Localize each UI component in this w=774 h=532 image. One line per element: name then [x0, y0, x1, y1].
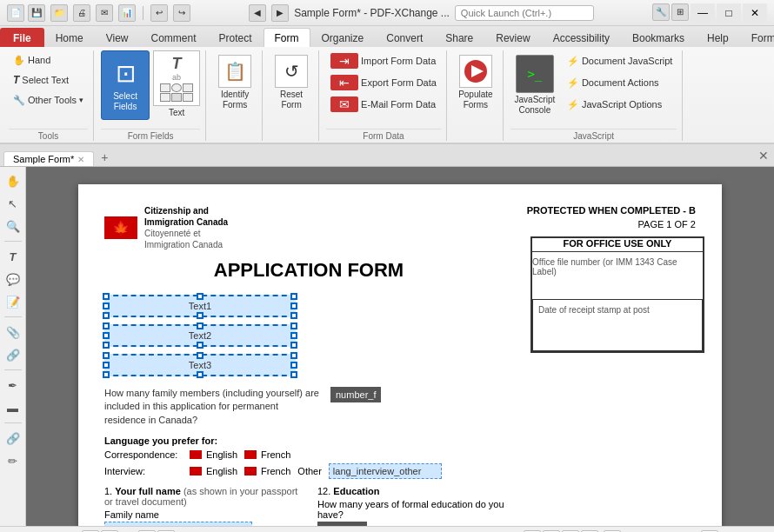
lt-text-btn[interactable]: T [3, 246, 23, 267]
doc-view[interactable]: 🍁 Citizenship and Immigration Canada Cit… [26, 167, 774, 526]
back-btn[interactable]: ◀ [249, 4, 266, 22]
select-fields-btn[interactable]: ⊡ Select Fields [101, 50, 150, 120]
tab-protect[interactable]: Protect [208, 28, 264, 47]
identify-forms-btn[interactable]: 📋 Identify Forms [213, 50, 257, 120]
doc-actions-btn[interactable]: ⚡ Document Actions [563, 72, 677, 93]
lt-pointer-btn[interactable]: ↖ [3, 193, 23, 214]
toolbar-extra2[interactable]: ⊞ [671, 3, 689, 21]
handle-tl-3[interactable] [103, 352, 110, 359]
handle-ml-1[interactable] [103, 303, 110, 309]
fam-name-field[interactable]: an_fam_name [104, 522, 252, 526]
handle-bl-2[interactable] [103, 342, 110, 349]
handle-br-2[interactable] [290, 342, 297, 349]
tab-file[interactable]: File [0, 28, 44, 47]
corr-english-option[interactable]: English [190, 449, 237, 460]
handle-mr-3[interactable] [290, 362, 297, 369]
import-form-data-btn[interactable]: ⇥ Import Form Data [326, 50, 441, 71]
lt-attach-btn[interactable]: 📎 [3, 322, 23, 342]
corr-french-option[interactable]: French [244, 449, 290, 460]
handle-tm-3[interactable] [197, 352, 204, 359]
handle-br-1[interactable] [290, 312, 297, 319]
reset-form-btn[interactable]: ↺ Reset Form [270, 50, 313, 120]
tab-bookmarks[interactable]: Bookmarks [621, 28, 696, 47]
an-years-field[interactable]: an_years [317, 522, 367, 526]
tab-comment[interactable]: Comment [139, 28, 207, 47]
tab-convert[interactable]: Convert [375, 28, 434, 47]
new-tab-btn[interactable]: + [94, 149, 115, 166]
open-icon[interactable]: 📁 [50, 4, 68, 22]
close-button[interactable]: ✕ [743, 3, 767, 23]
tab-home[interactable]: Home [44, 28, 95, 47]
tab-accessibility[interactable]: Accessibility [542, 28, 621, 47]
tab-review[interactable]: Review [484, 28, 541, 47]
field-text1[interactable]: Text1 [104, 295, 296, 317]
undo-icon[interactable]: ↩ [150, 4, 168, 22]
handle-tl-2[interactable] [103, 323, 110, 329]
handle-bl-1[interactable] [103, 312, 110, 319]
doc-tab-sample-form[interactable]: Sample Form* ✕ [3, 151, 94, 166]
doc-area-close-btn[interactable]: ✕ [753, 145, 774, 166]
title-text: Sample Form* - PDF-XChange ... [294, 7, 450, 19]
number-field[interactable]: number_f [330, 387, 381, 402]
tab-organize[interactable]: Organize [310, 28, 376, 47]
email-icon[interactable]: ✉ [96, 4, 113, 22]
handle-tr-2[interactable] [290, 323, 297, 329]
export-form-data-btn[interactable]: ⇤ Export Form Data [326, 72, 441, 93]
int-english-option[interactable]: English [190, 466, 237, 476]
fwd-btn[interactable]: ▶ [271, 4, 289, 22]
lt-comment-btn[interactable]: 💬 [3, 269, 23, 289]
search-input[interactable] [455, 5, 594, 21]
other-tools-btn[interactable]: 🔧 Other Tools ▾ [9, 90, 88, 110]
print-icon[interactable]: 🖨 [73, 4, 90, 22]
handle-ml-2[interactable] [103, 332, 110, 339]
page-info: PAGE 1 OF 2 [513, 219, 696, 229]
handle-bl-3[interactable] [103, 371, 110, 378]
lt-stamp-btn[interactable]: 📝 [3, 291, 23, 312]
group-javascript: >_ JavaScript Console ⚡ Document JavaScr… [505, 50, 684, 141]
handle-mr-1[interactable] [290, 303, 297, 309]
handle-tm-2[interactable] [197, 323, 204, 329]
handle-br-3[interactable] [290, 371, 297, 378]
ff-icon5 [171, 93, 182, 102]
toolbar-icon2[interactable]: 📊 [118, 4, 136, 22]
lt-edit-btn[interactable]: ✏ [3, 450, 23, 471]
handle-tm-1[interactable] [197, 293, 204, 300]
hand-tool-btn[interactable]: ✋ Hand [9, 50, 88, 70]
save-icon[interactable]: 💾 [28, 4, 45, 22]
maximize-button[interactable]: □ [717, 3, 741, 23]
populate-forms-btn[interactable]: Populate Forms [454, 50, 497, 120]
handle-mr-2[interactable] [290, 332, 297, 339]
handle-tr-1[interactable] [290, 293, 297, 300]
select-text-btn[interactable]: T Select Text [9, 70, 88, 90]
field-text2[interactable]: Text2 [104, 324, 296, 347]
js-options-btn[interactable]: ⚡ JavaScript Options [563, 94, 677, 115]
lt-sign-btn[interactable]: ✒ [3, 375, 23, 396]
tab-format[interactable]: Format [740, 28, 774, 47]
lt-hand-btn[interactable]: ✋ [3, 170, 23, 191]
handle-ml-3[interactable] [103, 362, 110, 369]
lt-redact-btn[interactable]: ▬ [3, 397, 23, 418]
handle-bm-3[interactable] [197, 371, 204, 378]
tab-help[interactable]: Help [696, 28, 740, 47]
lt-link-btn[interactable]: 🔗 [3, 428, 23, 449]
tab-view[interactable]: View [95, 28, 140, 47]
email-form-data-btn[interactable]: ✉ E-Mail Form Data [326, 94, 441, 115]
tab-form[interactable]: Form [264, 28, 310, 47]
int-french-option[interactable]: French [244, 466, 290, 476]
redo-icon[interactable]: ↪ [173, 4, 190, 22]
doc-tab-close-btn[interactable]: ✕ [77, 155, 84, 164]
tab-share[interactable]: Share [434, 28, 484, 47]
handle-tr-3[interactable] [290, 352, 297, 359]
select-text-icon: T [13, 74, 19, 86]
handle-tl-1[interactable] [103, 293, 110, 300]
handle-bm-1[interactable] [197, 312, 204, 319]
minimize-button[interactable]: — [691, 3, 715, 23]
lang-interview-other-field[interactable]: lang_interview_other [329, 463, 442, 479]
lt-clip-btn[interactable]: 🔗 [3, 344, 23, 365]
lt-zoom-btn[interactable]: 🔍 [3, 216, 23, 236]
doc-js-btn[interactable]: ⚡ Document JavaScript [563, 50, 677, 71]
toolbar-extra1[interactable]: 🔧 [652, 3, 670, 21]
handle-bm-2[interactable] [197, 342, 204, 349]
field-text3[interactable]: Text3 [104, 354, 296, 376]
js-console-btn[interactable]: >_ JavaScript Console [510, 50, 559, 120]
